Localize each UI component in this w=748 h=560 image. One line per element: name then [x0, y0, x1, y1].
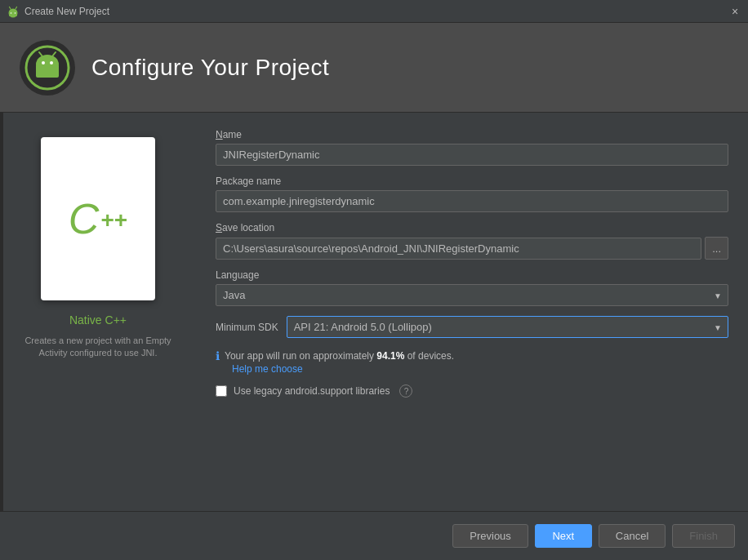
next-button[interactable]: Next	[535, 524, 592, 548]
language-select-wrapper: Java Kotlin	[216, 284, 728, 306]
package-name-field-group: Package name	[216, 176, 728, 212]
save-location-label: Save location	[216, 222, 728, 233]
finish-button[interactable]: Finish	[672, 524, 735, 548]
sdk-info-prefix: Your app will run on approximately	[225, 350, 376, 362]
cpp-logo: C ++	[69, 198, 127, 240]
info-icon: ℹ	[216, 349, 220, 362]
svg-point-10	[42, 61, 45, 64]
name-field-group: Name	[216, 129, 728, 166]
left-panel: C ++ Native C++ Creates a new project wi…	[0, 113, 196, 511]
sdk-info-suffix: of devices.	[404, 350, 454, 362]
footer: Previous Next Cancel Finish	[0, 511, 748, 560]
title-bar-text: Create New Project	[24, 6, 109, 17]
svg-point-2	[11, 12, 12, 14]
template-name: Native C++	[69, 313, 127, 327]
name-input[interactable]	[216, 144, 728, 166]
svg-line-5	[16, 7, 17, 9]
minimum-sdk-label: Minimum SDK	[216, 322, 278, 333]
legacy-checkbox[interactable]	[216, 385, 227, 397]
sdk-info-row: ℹ Your app will run on approximately 94.…	[216, 349, 728, 362]
cpp-c-letter: C	[69, 198, 100, 240]
sidebar-indicator	[0, 113, 3, 511]
svg-point-11	[50, 61, 53, 64]
template-card: C ++	[41, 137, 155, 300]
sdk-coverage-percent: 94.1%	[376, 350, 404, 362]
main-content: C ++ Native C++ Creates a new project wi…	[0, 113, 748, 511]
svg-rect-9	[36, 64, 59, 78]
close-button[interactable]: ×	[728, 5, 741, 18]
title-bar: Create New Project ×	[0, 0, 748, 23]
header: Configure Your Project	[0, 23, 748, 113]
right-panel: Name Package name Save location ... Lang…	[196, 113, 748, 511]
minimum-sdk-select[interactable]: API 21: Android 5.0 (Lollipop) API 23: A…	[287, 316, 728, 338]
sdk-info-container: ℹ Your app will run on approximately 94.…	[216, 348, 728, 375]
previous-button[interactable]: Previous	[452, 524, 528, 548]
help-me-choose-link[interactable]: Help me choose	[232, 363, 303, 375]
title-bar-android-icon	[7, 5, 20, 18]
cancel-button[interactable]: Cancel	[599, 524, 666, 548]
cpp-plus-plus: ++	[100, 209, 127, 232]
header-title: Configure Your Project	[91, 55, 329, 81]
template-description: Creates a new project with an Empty Acti…	[13, 335, 183, 360]
save-location-field-group: Save location ...	[216, 222, 728, 260]
legacy-checkbox-label: Use legacy android.support libraries	[234, 385, 390, 397]
package-name-label: Package name	[216, 176, 728, 187]
save-location-row: ...	[216, 237, 728, 260]
language-label: Language	[216, 269, 728, 281]
language-select[interactable]: Java Kotlin	[216, 284, 728, 306]
minimum-sdk-row: Minimum SDK API 21: Android 5.0 (Lollipo…	[216, 316, 728, 338]
save-location-input[interactable]	[216, 238, 701, 260]
header-logo	[20, 40, 75, 96]
svg-line-4	[10, 7, 11, 9]
sdk-select-wrapper: API 21: Android 5.0 (Lollipop) API 23: A…	[287, 316, 728, 338]
svg-point-3	[15, 12, 16, 14]
language-field-group: Language Java Kotlin	[216, 269, 728, 306]
legacy-help-icon[interactable]: ?	[399, 384, 412, 398]
name-label: Name	[216, 129, 728, 140]
legacy-checkbox-row: Use legacy android.support libraries ?	[216, 384, 728, 398]
browse-button[interactable]: ...	[705, 237, 728, 260]
svg-rect-1	[9, 11, 17, 16]
sdk-info-text: Your app will run on approximately 94.1%…	[225, 350, 454, 362]
package-name-input[interactable]	[216, 190, 728, 212]
